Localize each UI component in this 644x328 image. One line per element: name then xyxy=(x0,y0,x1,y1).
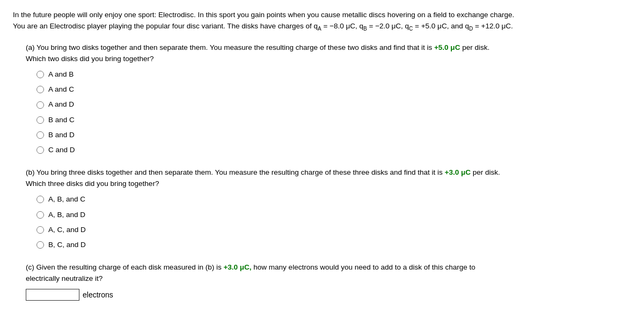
part-a-radio-2[interactable] xyxy=(36,86,44,93)
part-a-option-6[interactable]: C and D xyxy=(36,145,631,155)
part-a-radio-6[interactable] xyxy=(36,146,44,154)
part-b-label-1: A, B, and C xyxy=(48,194,85,205)
part-a-option-2[interactable]: A and C xyxy=(36,84,631,95)
part-c-title: (c) Given the resulting charge of each d… xyxy=(26,262,631,285)
intro-paragraph: In the future people will only enjoy one… xyxy=(13,10,631,33)
part-b-label-3: A, C, and D xyxy=(48,225,86,235)
part-a-title: (a) You bring two disks together and the… xyxy=(26,42,631,65)
intro-line1: In the future people will only enjoy one… xyxy=(13,11,514,19)
part-a-option-5[interactable]: B and D xyxy=(36,130,631,140)
part-a-radio-4[interactable] xyxy=(36,116,44,124)
part-c-subtitle: electrically neutralize it? xyxy=(26,274,103,282)
part-b-highlight: +3.0 μC xyxy=(445,168,471,176)
part-a-prefix: (a) You bring two disks together and the… xyxy=(26,43,434,51)
part-a-subtitle: Which two disks did you bring together? xyxy=(26,55,154,63)
part-a-label-1: A and B xyxy=(48,69,74,80)
part-b-suffix: per disk. xyxy=(471,168,500,176)
part-a-radio-5[interactable] xyxy=(36,131,44,139)
part-b-option-3[interactable]: A, C, and D xyxy=(36,225,631,235)
part-a-label-4: B and C xyxy=(48,115,75,125)
part-b-label-4: B, C, and D xyxy=(48,240,86,250)
part-b-radio-1[interactable] xyxy=(36,196,44,203)
part-a-label-3: A and D xyxy=(48,99,74,110)
sub-c: C xyxy=(409,26,413,32)
part-a-label-2: A and C xyxy=(48,84,74,95)
part-b-subtitle: Which three disks did you bring together… xyxy=(26,180,159,188)
part-b-radio-4[interactable] xyxy=(36,241,44,249)
part-a-label-6: C and D xyxy=(48,145,75,155)
part-c-section: (c) Given the resulting charge of each d… xyxy=(26,262,631,301)
part-a-option-3[interactable]: A and D xyxy=(36,99,631,110)
part-b-prefix: (b) You bring three disks together and t… xyxy=(26,168,445,176)
intro-line2: You are an Electrodisc player playing th… xyxy=(13,22,513,30)
part-a-label-5: B and D xyxy=(48,130,75,140)
part-c-prefix: (c) Given the resulting charge of each d… xyxy=(26,263,223,271)
sub-d: D xyxy=(469,26,473,32)
part-a-suffix: per disk. xyxy=(460,43,489,51)
part-c-suffix: how many electrons would you need to add… xyxy=(252,263,475,271)
part-b-option-4[interactable]: B, C, and D xyxy=(36,240,631,250)
part-a-radio-1[interactable] xyxy=(36,71,44,78)
part-b-label-2: A, B, and D xyxy=(48,210,85,220)
electrons-input[interactable] xyxy=(26,289,79,301)
part-a-option-4[interactable]: B and C xyxy=(36,115,631,125)
sub-a: A xyxy=(318,26,321,32)
part-c-highlight: +3.0 μC, xyxy=(223,263,251,271)
part-b-option-1[interactable]: A, B, and C xyxy=(36,194,631,205)
part-b-section: (b) You bring three disks together and t… xyxy=(26,167,631,250)
part-b-radio-2[interactable] xyxy=(36,211,44,219)
part-a-section: (a) You bring two disks together and the… xyxy=(26,42,631,155)
sub-b: B xyxy=(363,26,367,32)
part-a-highlight: +5.0 μC xyxy=(434,43,460,51)
part-a-option-1[interactable]: A and B xyxy=(36,69,631,80)
part-b-title: (b) You bring three disks together and t… xyxy=(26,167,631,190)
electrons-label: electrons xyxy=(83,289,113,301)
part-c-answer-row: electrons xyxy=(26,289,631,301)
part-b-option-2[interactable]: A, B, and D xyxy=(36,210,631,220)
part-b-options: A, B, and C A, B, and D A, C, and D B, C… xyxy=(36,194,631,250)
part-a-options: A and B A and C A and D B and C B and D … xyxy=(36,69,631,156)
part-a-radio-3[interactable] xyxy=(36,101,44,109)
part-b-radio-3[interactable] xyxy=(36,226,44,234)
